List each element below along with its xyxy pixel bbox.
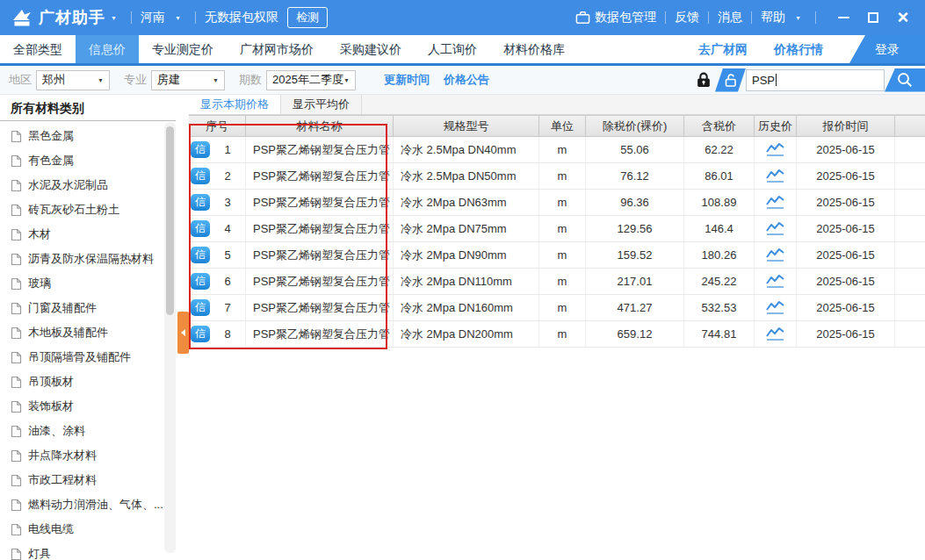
- sidebar-item-label: 砖瓦灰砂石土粉土: [28, 202, 119, 218]
- history-price-button[interactable]: [765, 195, 786, 210]
- sidebar-item[interactable]: 装饰板材: [0, 394, 189, 419]
- history-price-button[interactable]: [765, 274, 786, 289]
- chevron-down-icon: ▼: [98, 77, 104, 83]
- sidebar-item[interactable]: 吊顶板材: [0, 370, 189, 394]
- titlebar: 广材助手 ▼ 河南 ▼ 无数据包权限 检测 数据包管理 反馈 消息: [0, 0, 925, 35]
- sidebar-item[interactable]: 市政工程材料: [0, 468, 189, 492]
- cell-index: 信7: [189, 295, 246, 320]
- cell-history: [755, 321, 797, 347]
- unlock-toggle-button[interactable]: [715, 68, 746, 92]
- sidebar-item[interactable]: 吊顶隔墙骨及铺配件: [0, 345, 189, 370]
- nav-tab[interactable]: 全部类型: [0, 35, 76, 63]
- cell-history: [755, 190, 797, 215]
- history-price-button[interactable]: [765, 142, 786, 157]
- nav-tab[interactable]: 人工询价: [415, 35, 490, 63]
- info-badge[interactable]: 信: [191, 326, 210, 342]
- price-notice-link[interactable]: 价格公告: [444, 72, 489, 88]
- nav-tabs: 全部类型信息价专业测定价广材网市场价采购建议价人工询价材料价格库: [0, 35, 578, 63]
- table-row[interactable]: 信8PSP聚乙烯钢塑复合压力管冷水 2Mpa DN200mmm659.12744…: [189, 321, 925, 348]
- view-tab[interactable]: 显示平均价: [281, 95, 362, 114]
- sidebar-item[interactable]: 木地板及辅配件: [0, 320, 189, 345]
- help-menu[interactable]: 帮助 ▼: [761, 10, 806, 25]
- info-badge[interactable]: 信: [191, 194, 210, 211]
- cell-price-ex-tax: 55.06: [586, 137, 684, 162]
- history-price-button[interactable]: [765, 300, 786, 315]
- sidebar-item-label: 灯具: [28, 546, 51, 560]
- sidebar-item-label: 油漆、涂料: [28, 423, 85, 439]
- table-row[interactable]: 信1PSP聚乙烯钢塑复合压力管冷水 2.5Mpa DN40mmm55.0662.…: [189, 137, 925, 163]
- messages-link[interactable]: 消息: [718, 10, 742, 25]
- check-button[interactable]: 检测: [287, 7, 328, 28]
- sidebar-item[interactable]: 黑色金属: [0, 124, 189, 148]
- region-select[interactable]: 郑州▼: [36, 70, 110, 90]
- sidebar-scrollbar-thumb[interactable]: [166, 126, 174, 315]
- cell-quote-date: 2025-06-15: [797, 137, 895, 162]
- cell-material-name: PSP聚乙烯钢塑复合压力管: [246, 163, 394, 189]
- cell-quote-date: 2025-06-15: [797, 163, 895, 189]
- nav-tab[interactable]: 信息价: [76, 35, 139, 63]
- table-row[interactable]: 信3PSP聚乙烯钢塑复合压力管冷水 2Mpa DN63mmm96.36108.8…: [189, 190, 925, 216]
- sidebar-item[interactable]: 木材: [0, 222, 189, 247]
- history-price-button[interactable]: [765, 248, 786, 262]
- view-tab[interactable]: 显示本期价格: [189, 95, 281, 114]
- info-badge[interactable]: 信: [191, 141, 210, 158]
- info-badge[interactable]: 信: [191, 247, 210, 263]
- sidebar-item[interactable]: 沥青及防水保温隔热材料: [0, 247, 189, 271]
- sidebar-item[interactable]: 砖瓦灰砂石土粉土: [0, 197, 189, 222]
- nav-tab[interactable]: 广材网市场价: [227, 35, 327, 63]
- sidebar-item[interactable]: 电线电缆: [0, 517, 189, 542]
- row-number: 7: [210, 301, 245, 314]
- region-selector[interactable]: 河南 ▼: [141, 10, 186, 25]
- nav-tab[interactable]: 材料价格库: [490, 35, 578, 63]
- cell-empty: [895, 321, 925, 347]
- goto-guangcai-link[interactable]: 去广材网: [698, 35, 748, 63]
- period-select[interactable]: 2025年二季度▼: [266, 70, 356, 90]
- page-title: 广材助手: [39, 7, 105, 28]
- table-row[interactable]: 信5PSP聚乙烯钢塑复合压力管冷水 2Mpa DN90mmm159.52180.…: [189, 242, 925, 269]
- info-badge[interactable]: 信: [191, 168, 210, 184]
- sidebar-item[interactable]: 井点降水材料: [0, 443, 189, 468]
- info-badge[interactable]: 信: [191, 299, 210, 316]
- info-badge[interactable]: 信: [191, 220, 210, 237]
- datapack-manage-button[interactable]: 数据包管理: [575, 10, 656, 25]
- minimize-button[interactable]: [832, 6, 855, 29]
- update-time-link[interactable]: 更新时间: [384, 72, 430, 88]
- cell-unit: m: [539, 216, 586, 241]
- table-row[interactable]: 信4PSP聚乙烯钢塑复合压力管冷水 2Mpa DN75mmm129.56146.…: [189, 216, 925, 242]
- login-button[interactable]: 登录: [849, 35, 925, 63]
- divider: [665, 11, 666, 24]
- lock-toggle-button[interactable]: [696, 71, 712, 89]
- maximize-button[interactable]: [862, 6, 885, 29]
- table-row[interactable]: 信6PSP聚乙烯钢塑复合压力管冷水 2Mpa DN110mmm217.01245…: [189, 269, 925, 295]
- chevron-down-icon: ▼: [213, 77, 219, 83]
- price-trend-link[interactable]: 价格行情: [774, 35, 823, 63]
- history-price-button[interactable]: [765, 169, 786, 183]
- sidebar-item[interactable]: 玻璃: [0, 271, 189, 296]
- info-badge[interactable]: 信: [191, 273, 210, 290]
- sidebar-item[interactable]: 水泥及水泥制品: [0, 173, 189, 197]
- sidebar-collapse-handle[interactable]: [177, 312, 189, 354]
- chevron-down-icon[interactable]: ▼: [111, 15, 117, 21]
- cell-price-inc-tax: 108.89: [684, 190, 755, 215]
- history-price-button[interactable]: [765, 327, 786, 341]
- app-window: 广材助手 ▼ 河南 ▼ 无数据包权限 检测 数据包管理 反馈 消息: [0, 0, 925, 560]
- open-lock-icon: [724, 73, 738, 88]
- search-button[interactable]: [885, 68, 925, 92]
- nav-tab[interactable]: 专业测定价: [139, 35, 227, 63]
- sidebar-scrollbar[interactable]: [164, 122, 176, 553]
- sidebar-item[interactable]: 燃料动力润滑油、气体、...: [0, 492, 189, 517]
- sidebar-item[interactable]: 灯具: [0, 542, 189, 560]
- history-price-button[interactable]: [765, 221, 786, 236]
- sidebar-item[interactable]: 油漆、涂料: [0, 419, 189, 443]
- feedback-link[interactable]: 反馈: [675, 10, 699, 25]
- nav-tab[interactable]: 采购建议价: [327, 35, 415, 63]
- table-row[interactable]: 信2PSP聚乙烯钢塑复合压力管冷水 2.5Mpa DN50mmm76.1286.…: [189, 163, 925, 190]
- table-row[interactable]: 信7PSP聚乙烯钢塑复合压力管冷水 2Mpa DN160mmm471.27532…: [189, 295, 925, 321]
- sidebar-item[interactable]: 门窗及辅配件: [0, 296, 189, 320]
- close-button[interactable]: ×: [892, 6, 914, 29]
- line-chart-icon: [765, 195, 786, 210]
- sidebar-item[interactable]: 有色金属: [0, 148, 189, 173]
- cell-quote-date: 2025-06-15: [797, 242, 895, 268]
- major-select[interactable]: 房建▼: [151, 70, 225, 90]
- search-input[interactable]: PSP: [746, 69, 885, 91]
